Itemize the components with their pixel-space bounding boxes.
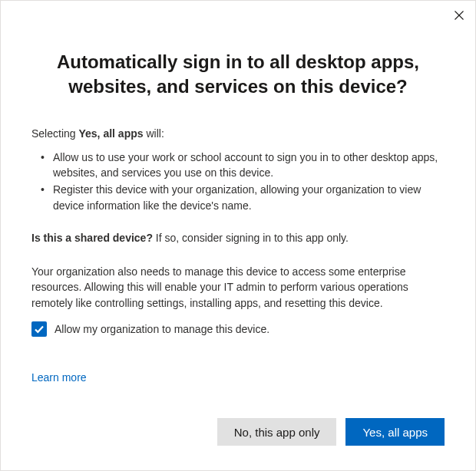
checkmark-icon: [34, 324, 45, 334]
shared-device-line: Is this a shared device? If so, consider…: [31, 230, 445, 245]
signin-dialog: Automatically sign in to all desktop app…: [0, 0, 476, 471]
intro-line: Selecting Yes, all apps will:: [31, 126, 445, 141]
close-icon: [455, 11, 464, 20]
close-button[interactable]: [450, 6, 468, 25]
dialog-title: Automatically sign in to all desktop app…: [31, 50, 445, 98]
manage-text: Your organization also needs to manage t…: [31, 264, 445, 311]
intro-suffix: will:: [144, 127, 164, 140]
bullet-item: Allow us to use your work or school acco…: [45, 150, 445, 181]
dialog-content: Automatically sign in to all desktop app…: [1, 1, 475, 406]
bullet-list: Allow us to use your work or school acco…: [31, 150, 445, 213]
manage-checkbox[interactable]: [31, 321, 47, 337]
manage-checkbox-label: Allow my organization to manage this dev…: [55, 323, 269, 335]
shared-bold: Is this a shared device?: [31, 232, 153, 244]
intro-prefix: Selecting: [31, 127, 78, 140]
intro-bold: Yes, all apps: [78, 127, 143, 140]
yes-all-apps-button[interactable]: Yes, all apps: [345, 418, 445, 446]
bullet-item: Register this device with your organizat…: [45, 182, 445, 213]
dialog-footer: No, this app only Yes, all apps: [1, 406, 475, 470]
learn-more-link[interactable]: Learn more: [31, 371, 87, 384]
manage-checkbox-row: Allow my organization to manage this dev…: [31, 321, 445, 337]
no-this-app-only-button[interactable]: No, this app only: [217, 418, 337, 446]
shared-rest: If so, consider signing in to this app o…: [153, 232, 349, 244]
